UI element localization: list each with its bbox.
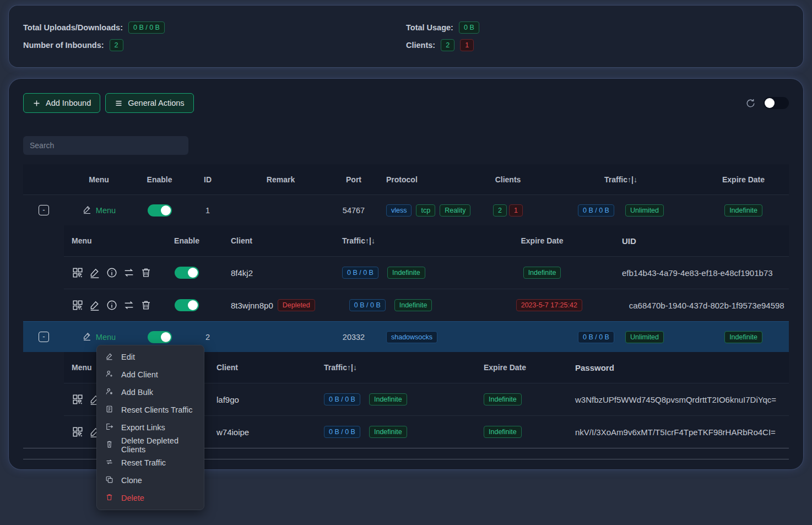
header-uid: UID — [605, 236, 789, 246]
client-enable-toggle[interactable] — [175, 299, 199, 311]
menu-item-delete[interactable]: Delete — [97, 489, 204, 507]
protocol-tag: shadowsocks — [386, 331, 437, 343]
menu-item-export-links[interactable]: Export Links — [97, 419, 204, 436]
client-table-header: Menu Enable Client Traffic↑|↓ Expire Dat… — [64, 225, 789, 256]
traffic-limit-badge: Indefinite — [369, 426, 407, 438]
stats-panel: Total Uploads/Downloads: 0 B / 0 B Numbe… — [9, 6, 803, 67]
menu-item-delete-depleted-clients[interactable]: Delete Depleted Clients — [97, 436, 204, 454]
menu-item-add-bulk[interactable]: Add Bulk — [97, 383, 204, 401]
refresh-icon[interactable] — [745, 98, 756, 109]
header-password: Password — [564, 363, 789, 372]
expire-badge: Indefinite — [724, 331, 762, 343]
menu-item-clone[interactable]: Clone — [97, 472, 204, 489]
collapse-row-button[interactable]: - — [39, 332, 49, 342]
client-row: 8f4kj2 0 B / 0 B Indefinite Indefinite e… — [64, 256, 789, 289]
header-protocol: Protocol — [376, 175, 472, 184]
menu-item-add-client[interactable]: Add Client — [97, 366, 204, 383]
expire-badge: Indefinite — [484, 393, 522, 405]
search-input[interactable] — [23, 136, 188, 155]
header-expire-date: Expire Date — [479, 236, 605, 245]
reset-traffic-icon[interactable] — [123, 299, 135, 311]
header-menu: Menu — [64, 175, 133, 184]
stat-clients-label: Clients: — [406, 41, 435, 50]
qr-code-icon[interactable] — [72, 426, 84, 438]
menu-item-label: Reset Clients Traffic — [121, 405, 192, 414]
edit-pencil-icon — [105, 352, 113, 362]
stat-clients-active: 2 — [441, 39, 454, 51]
general-actions-button[interactable]: General Actions — [105, 93, 193, 113]
traffic-badge: 0 B / 0 B — [578, 204, 614, 217]
traffic-badge: 0 B / 0 B — [342, 267, 378, 279]
edit-pencil-icon[interactable] — [89, 267, 101, 279]
edit-pencil-icon[interactable] — [89, 299, 101, 311]
toggle-knob — [161, 205, 171, 215]
traffic-badge: 0 B / 0 B — [349, 299, 386, 311]
hamburger-icon — [115, 99, 123, 107]
traffic-limit-badge: Indefinite — [387, 267, 425, 279]
menu-item-label: Add Client — [121, 370, 158, 379]
traffic-badge: 0 B / 0 B — [324, 426, 360, 438]
stat-uploads-downloads: Total Uploads/Downloads: 0 B / 0 B — [23, 21, 406, 34]
menu-item-reset-traffic[interactable]: Reset Traffic — [97, 454, 204, 472]
client-password: w3NfbzUPf5WWd745Q8pvsmQrdrttT2IO6knuI7Di… — [564, 395, 789, 404]
client-row: 8t3wjnn8p0 Depleted 0 B / 0 B Indefinite… — [64, 289, 789, 321]
stat-uploads-value: 0 B / 0 B — [128, 21, 165, 34]
expire-badge: Indefinite — [484, 426, 522, 438]
toggle-knob — [188, 300, 198, 310]
inbound-port: 20332 — [332, 333, 376, 342]
menu-item-edit[interactable]: Edit — [97, 348, 204, 366]
general-actions-label: General Actions — [128, 99, 184, 107]
inbound-enable-toggle[interactable] — [148, 331, 172, 343]
stat-clients-depleted: 1 — [460, 39, 474, 51]
menu-item-label: Reset Traffic — [121, 458, 166, 467]
header-enable: Enable — [133, 175, 186, 184]
qr-code-icon[interactable] — [72, 393, 84, 405]
traffic-badge: 0 B / 0 B — [578, 331, 614, 343]
user-add-icon — [105, 370, 113, 380]
add-inbound-label: Add Inbound — [46, 99, 91, 107]
expire-badge: Indefinite — [523, 267, 561, 279]
header-traffic-sort[interactable]: Traffic↑|↓ — [311, 363, 470, 372]
menu-item-label: Add Bulk — [121, 388, 153, 397]
client-uid: efb14b43-4a79-4e83-ef18-e48cf1901b73 — [605, 268, 789, 278]
stat-usage-value: 0 B — [459, 21, 479, 34]
protocol-tag: tcp — [416, 204, 435, 217]
header-expire-date: Expire Date — [698, 175, 789, 184]
inbound-menu-button[interactable]: Menu — [82, 331, 116, 343]
info-circle-icon[interactable] — [106, 267, 118, 279]
add-inbound-button[interactable]: Add Inbound — [23, 93, 100, 113]
sync-icon — [105, 458, 113, 468]
plus-icon — [33, 99, 41, 107]
inbound-menu-button[interactable]: Menu — [82, 204, 116, 216]
stat-inbounds: Number of Inbounds: 2 — [23, 39, 406, 51]
qr-code-icon[interactable] — [72, 267, 84, 279]
stat-inbounds-label: Number of Inbounds: — [23, 41, 104, 50]
header-traffic-sort[interactable]: Traffic↑|↓ — [544, 175, 698, 184]
reset-traffic-icon[interactable] — [123, 267, 135, 279]
menu-item-label: Edit — [121, 353, 135, 361]
stat-usage-label: Total Usage: — [406, 23, 453, 32]
depleted-badge: Depleted — [278, 299, 315, 311]
traffic-limit-badge: Unlimited — [625, 331, 664, 343]
menu-item-reset-clients-traffic[interactable]: Reset Clients Traffic — [97, 401, 204, 419]
client-name: laf9go — [209, 395, 311, 404]
stat-inbounds-value: 2 — [110, 39, 123, 51]
qr-code-icon[interactable] — [72, 299, 84, 311]
export-icon — [105, 423, 113, 432]
inbound-enable-toggle[interactable] — [148, 204, 172, 217]
menu-item-label: Export Links — [121, 423, 165, 432]
dark-mode-toggle[interactable] — [764, 97, 789, 109]
delete-client-icon[interactable] — [140, 267, 152, 279]
collapse-row-button[interactable]: - — [39, 205, 49, 215]
toggle-knob — [161, 332, 171, 342]
client-enable-toggle[interactable] — [175, 267, 199, 279]
header-enable: Enable — [165, 236, 209, 245]
header-remark: Remark — [230, 175, 332, 184]
info-circle-icon[interactable] — [106, 299, 118, 311]
file-reset-icon — [105, 405, 113, 415]
toggle-knob — [188, 268, 198, 278]
protocol-tag: Reality — [440, 204, 470, 217]
edit-pencil-icon — [82, 204, 92, 216]
header-traffic-sort[interactable]: Traffic↑|↓ — [308, 236, 479, 245]
delete-client-icon[interactable] — [140, 299, 152, 311]
